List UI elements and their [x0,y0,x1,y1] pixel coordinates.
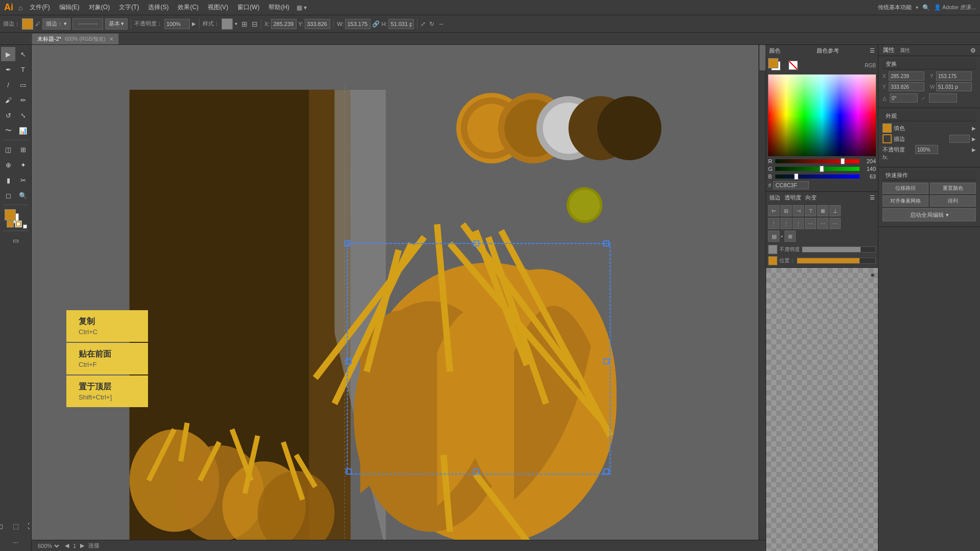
link-icon[interactable]: 🔗 [372,20,380,28]
color-spectrum[interactable] [768,74,876,156]
stroke-mode-btn[interactable]: 描边： ▾ [42,18,70,30]
scroll-thumb[interactable] [760,45,766,70]
shear-input[interactable] [929,93,957,103]
menu-edit[interactable]: 编辑(E) [55,2,84,13]
blend-tool[interactable]: ⊕ [1,158,15,172]
r-slider[interactable] [775,159,860,163]
w-input[interactable] [345,19,371,29]
workspace-label[interactable]: 传统基本功能 [878,4,912,11]
stroke-trans-header[interactable]: 描边 透明度 向变 ☰ [766,192,878,203]
enable-edit-btn[interactable]: 启动全局编辑 ▾ [883,208,976,221]
paintbrush-tool[interactable]: 🖌 [1,93,15,107]
type-tool[interactable]: T [16,62,30,77]
vertical-scrollbar[interactable] [758,45,766,540]
canvas-area[interactable]: 复制 Ctrl+C 贴在前面 Ctrl+F 置于顶层 Shift+Ctrl+] … [32,45,766,551]
menu-view[interactable]: 视图(V) [204,2,232,13]
g-slider[interactable] [775,167,860,171]
panel-menu[interactable]: ☰ [870,194,875,201]
tf-y2-input[interactable] [889,82,924,91]
trans-pos-bar[interactable] [797,258,876,264]
gradient-tool[interactable]: ◫ [1,142,15,157]
properties-settings-icon[interactable]: ⚙ [970,47,976,54]
menu-effect[interactable]: 效果(C) [174,2,203,13]
graph-tool[interactable]: 📊 [16,123,30,138]
fill-color-swatch[interactable] [5,209,16,220]
fg-swatch[interactable] [768,58,778,68]
opacity-input[interactable] [164,19,190,29]
menu-object[interactable]: 对象(O) [85,2,114,13]
panel-toggle[interactable]: ▦ ▾ [297,4,307,11]
tf-y1-input[interactable] [936,71,972,81]
align-top-btn[interactable]: ⊤ [805,205,816,216]
distribute-space-btn[interactable]: ⊞ [785,231,796,242]
scale-tool[interactable]: ⤡ [16,108,30,122]
ctx-bring-top[interactable]: 置于顶层 Shift+Ctrl+] [66,375,148,407]
stroke-expand-icon[interactable]: ▶ [972,136,976,142]
rotate-icon[interactable]: ↻ [429,20,434,28]
trans-opacity-bar[interactable] [802,246,876,253]
fill-type-btn[interactable]: 🖊 [35,21,40,27]
menu-window[interactable]: 窗口(W) [233,2,263,13]
rotate-tool[interactable]: ↺ [1,108,15,122]
screen-mode-btn[interactable]: ⬚ [9,519,23,533]
mesh-tool[interactable]: ⊞ [16,142,30,157]
appearance-header[interactable]: 外观 [883,111,976,121]
dist-bottom-btn[interactable]: ⋯ [829,218,841,229]
dist-center-h-btn[interactable]: ⋮ [780,218,792,229]
trans-pos-swatch[interactable] [768,256,777,265]
style-dropdown[interactable]: ▾ [235,21,237,27]
transform-header[interactable]: 变换 [883,59,976,69]
fill-expand-icon[interactable]: ▶ [972,126,976,131]
stroke-name-btn[interactable]: 基本 ▾ [105,18,128,30]
h-input[interactable] [388,19,414,29]
ctx-paste-front[interactable]: 贴在前面 Ctrl+F [66,343,148,374]
stroke-tab[interactable]: 描边 [769,194,780,202]
normal-mode-btn[interactable]: ◻ [0,519,8,533]
hex-input[interactable] [773,181,809,189]
flip-icon[interactable]: ↔ [438,20,444,28]
x-input[interactable] [271,19,297,29]
opacity-expand-icon[interactable]: ▶ [972,147,976,153]
menu-select[interactable]: 选择(S) [144,2,173,13]
enable-edit-dropdown[interactable]: ▾ [946,212,949,218]
slice-tool[interactable]: ✂ [16,173,30,187]
fill-swatch-prop[interactable] [883,123,892,133]
menu-file[interactable]: 文件(F) [26,2,54,13]
align-center-v-btn[interactable]: ⊠ [817,205,828,216]
align-left-btn[interactable]: ⊢ [768,205,779,216]
y-input[interactable] [305,19,330,29]
tf-w-input[interactable] [936,82,972,91]
style-swatch[interactable] [222,18,233,30]
align-right-btn[interactable]: ⊣ [793,205,804,216]
draw-mode-btn[interactable]: ▭ [9,233,23,247]
dist-top-btn[interactable]: ⋯ [805,218,816,229]
home-icon[interactable]: ⌂ [18,4,22,12]
tf-x-input[interactable] [889,71,924,81]
dist-center-v-btn[interactable]: ⋯ [817,218,828,229]
transform-options-btn[interactable]: ⤢ [421,20,426,28]
opacity-input-prop[interactable] [915,145,938,154]
g-thumb[interactable] [820,166,824,172]
quick-actions-header[interactable]: 快速操作 [883,170,976,181]
default-colors-icon[interactable] [23,224,27,229]
trans-tab[interactable]: 透明度 [785,194,801,202]
nav-prev[interactable]: ◀ [65,542,69,549]
document-tab[interactable]: 未标题-2* 600% (RGB/预览) ✕ [32,33,119,44]
pencil-tool[interactable]: ✏ [16,93,30,107]
align-icon[interactable]: ⊟ [252,20,258,28]
tab-close-btn[interactable]: ✕ [109,36,113,42]
scatter-icon[interactable]: ⊞ [241,20,248,28]
fullscreen-btn[interactable]: ⛶ [24,519,32,533]
search-icon[interactable]: 🔍 [922,4,930,11]
b-thumb[interactable] [794,173,798,180]
no-color-swatch[interactable] [789,61,798,70]
eraser-tool[interactable]: ◻ [1,188,15,203]
menu-text[interactable]: 文字(T) [115,2,143,13]
angle-input[interactable] [890,93,918,103]
opacity-arrow[interactable]: ▶ [192,21,196,27]
nav-next[interactable]: ▶ [80,542,84,549]
pen-tool[interactable]: ✒ [1,62,15,77]
workspace-dropdown[interactable]: ▾ [916,5,918,10]
color-panel-header[interactable]: 颜色 颜色参考 ☰ [766,45,878,56]
swatch-menu-btn[interactable]: ◉ [870,271,875,278]
